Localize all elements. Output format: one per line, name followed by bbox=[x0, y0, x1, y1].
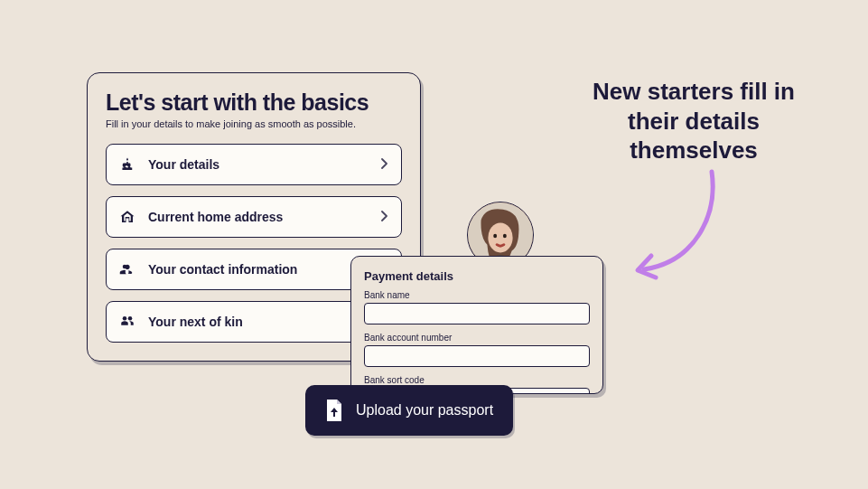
row-your-details[interactable]: Your details bbox=[106, 144, 402, 185]
row-address[interactable]: Current home address bbox=[106, 196, 402, 238]
svg-point-0 bbox=[123, 265, 127, 269]
arrow-illustration bbox=[626, 163, 734, 298]
bank-name-input[interactable] bbox=[364, 303, 590, 324]
upload-label: Upload your passport bbox=[356, 402, 493, 418]
payment-title: Payment details bbox=[364, 269, 590, 283]
contact-icon bbox=[119, 261, 135, 277]
row-label: Your next of kin bbox=[148, 315, 369, 329]
svg-point-2 bbox=[128, 316, 133, 321]
svg-point-5 bbox=[493, 234, 497, 238]
people-icon bbox=[119, 314, 135, 330]
payment-card: Payment details Bank name Bank account n… bbox=[350, 256, 603, 394]
bank-account-input[interactable] bbox=[364, 345, 590, 367]
bank-sort-label: Bank sort code bbox=[364, 375, 590, 385]
upload-file-icon bbox=[325, 400, 343, 421]
home-icon bbox=[119, 209, 135, 225]
row-label: Your contact information bbox=[148, 262, 369, 277]
row-label: Current home address bbox=[148, 210, 369, 224]
chevron-right-icon bbox=[381, 156, 388, 173]
bank-account-label: Bank account number bbox=[364, 333, 590, 343]
svg-point-1 bbox=[123, 316, 127, 321]
row-label: Your details bbox=[148, 157, 369, 172]
basics-subtitle: Fill in your details to make joining as … bbox=[106, 118, 402, 129]
chevron-right-icon bbox=[381, 209, 388, 225]
upload-passport-button[interactable]: Upload your passport bbox=[305, 385, 513, 436]
svg-point-6 bbox=[503, 234, 507, 238]
bank-name-label: Bank name bbox=[364, 290, 590, 300]
birthday-icon bbox=[119, 156, 135, 173]
svg-point-4 bbox=[488, 222, 512, 252]
promo-headline: New starters fill in their details thems… bbox=[576, 77, 811, 165]
basics-title: Let's start with the basics bbox=[106, 89, 402, 116]
